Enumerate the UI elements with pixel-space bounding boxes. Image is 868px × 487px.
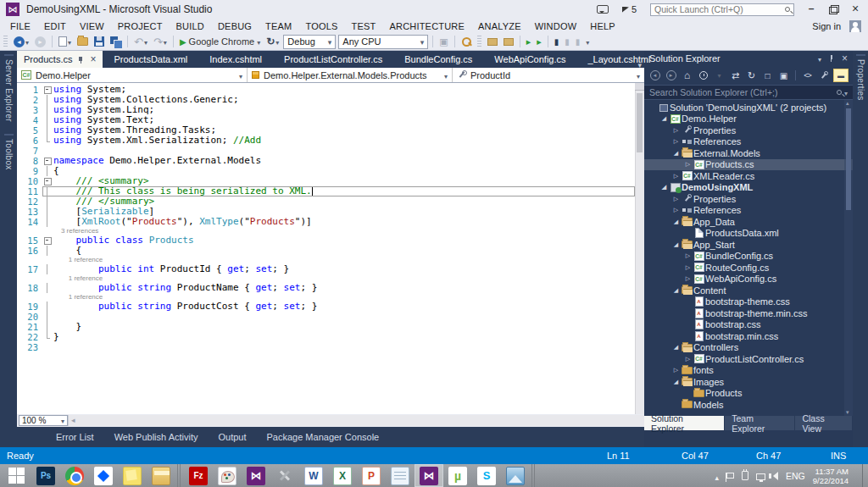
solution-explorer-title-bar[interactable]: Solution Explorer (644, 51, 853, 66)
quick-launch-input[interactable]: Quick Launch (Ctrl+Q) (650, 3, 794, 16)
tree-item[interactable]: XMLReader.cs (644, 170, 853, 182)
attach-button[interactable]: ▣ (437, 35, 449, 49)
show-desktop-button[interactable] (862, 464, 866, 487)
menu-item-analyze[interactable]: ANALYZE (471, 19, 528, 33)
comment-button[interactable] (525, 35, 533, 49)
redo-button[interactable] (152, 35, 169, 49)
menu-item-debug[interactable]: DEBUG (211, 19, 259, 33)
expanded-arrow-icon[interactable] (671, 344, 681, 351)
tree-item[interactable]: fonts (644, 365, 853, 377)
filter-dropdown-icon[interactable] (713, 69, 726, 82)
tree-item[interactable]: Solution 'DemoUsingXML' (2 projects) (644, 102, 853, 113)
menu-item-test[interactable]: TEST (345, 19, 383, 33)
collapsed-arrow-icon[interactable] (683, 356, 693, 362)
tree-item[interactable]: Images (644, 376, 853, 388)
sticky-notes-icon[interactable] (118, 464, 147, 487)
feedback-icon[interactable] (597, 5, 609, 14)
clock[interactable]: 11:37 AM 9/22/2014 (813, 467, 849, 485)
show-all-files-icon[interactable] (817, 69, 830, 82)
view-code-icon[interactable] (801, 69, 814, 82)
expanded-arrow-icon[interactable] (659, 184, 669, 191)
menu-item-team[interactable]: TEAM (259, 19, 298, 33)
title-bar[interactable]: DemoUsingXML - Microsoft Visual Studio 5… (0, 0, 868, 19)
configuration-select[interactable]: Debug (283, 35, 336, 49)
tree-item[interactable]: External.Models (644, 147, 853, 159)
fold-marker[interactable] (42, 85, 53, 95)
filezilla-icon[interactable]: Fz (184, 464, 213, 487)
solution-explorer-search-input[interactable]: Search Solution Explorer (Ctrl+;) (644, 85, 853, 100)
new-folder-button[interactable] (502, 35, 515, 49)
toolbar-grip[interactable] (477, 36, 481, 47)
tree-item[interactable]: bootstrap-theme.min.css (644, 307, 853, 319)
new-file-button[interactable] (57, 35, 73, 49)
fold-marker[interactable] (42, 235, 53, 246)
expanded-arrow-icon[interactable] (671, 379, 681, 385)
code-editor[interactable]: 1using System;2using System.Collections.… (17, 83, 644, 414)
document-tab[interactable]: ProductsData.xml (103, 51, 198, 68)
collapsed-arrow-icon[interactable] (683, 264, 693, 271)
code-line[interactable]: 21 } (17, 322, 635, 332)
code-line[interactable]: 23 (17, 342, 635, 352)
toolbar-grip[interactable] (3, 36, 8, 47)
photo-viewer-icon[interactable] (501, 464, 530, 487)
editor-zoom-select[interactable]: 100 % (19, 415, 68, 426)
editor-vertical-scrollbar[interactable] (635, 83, 644, 414)
tree-scrollbar[interactable] (844, 100, 853, 416)
code-line[interactable]: 18 public string ProductName { get; set;… (17, 283, 635, 293)
pin-icon[interactable] (828, 55, 835, 62)
dropbox-icon[interactable] (89, 464, 118, 487)
tree-item[interactable]: Products.cs (644, 159, 853, 171)
code-line[interactable]: 22} (17, 332, 635, 342)
collapsed-arrow-icon[interactable] (671, 127, 681, 134)
tool-strip-tab-server-explorer[interactable]: Server Explorer (4, 54, 14, 125)
collapsed-arrow-icon[interactable] (671, 138, 681, 145)
menu-item-window[interactable]: WINDOW (528, 19, 583, 33)
chrome-icon[interactable] (60, 464, 89, 487)
code-line[interactable]: 6using System.Xml.Serialization; //Add (17, 136, 635, 146)
find-in-files-button[interactable] (459, 35, 473, 49)
window-menu-icon[interactable] (818, 53, 821, 64)
menu-item-help[interactable]: HELP (583, 19, 622, 33)
tree-item[interactable]: bootstrap.css (644, 319, 853, 331)
volume-icon[interactable] (773, 472, 778, 480)
code-line[interactable]: 20 (17, 312, 635, 322)
code-line[interactable]: 16 { (17, 246, 635, 256)
document-tab[interactable]: ProductListController.cs (273, 51, 393, 68)
close-icon[interactable] (842, 53, 848, 64)
tab-overflow-icon[interactable] (637, 56, 642, 71)
open-file-button[interactable] (75, 35, 90, 49)
expanded-arrow-icon[interactable] (671, 287, 681, 294)
excel-icon[interactable]: X (328, 464, 357, 487)
toggle-bookmark-button[interactable] (553, 35, 561, 49)
code-line[interactable]: 15 public class Products (17, 235, 635, 246)
collapsed-arrow-icon[interactable] (683, 161, 693, 168)
code-line[interactable]: 19 public string ProductCost { get; set;… (17, 302, 635, 312)
project-dropdown[interactable]: Demo.Helper (17, 68, 248, 82)
panel-tab-output[interactable]: Output (218, 432, 246, 442)
powerpoint-icon[interactable]: P (357, 464, 386, 487)
tree-item[interactable]: Properties (644, 125, 853, 136)
save-all-button[interactable] (108, 35, 123, 49)
collapsed-arrow-icon[interactable] (683, 275, 693, 282)
tree-item[interactable]: WebApiConfig.cs (644, 274, 853, 285)
menu-item-tools[interactable]: TOOLS (298, 19, 344, 33)
code-line[interactable]: 17 public int ProductId { get; set; } (17, 264, 635, 274)
notifications-button[interactable]: 5 (622, 4, 637, 14)
code-line[interactable]: 8namespace Demo.Helper.External.Models (17, 156, 635, 166)
notepad-icon[interactable] (386, 464, 415, 487)
start-button[interactable] (3, 464, 31, 487)
navigate-forward-button[interactable] (33, 35, 47, 49)
restore-button[interactable] (828, 4, 838, 14)
properties-page-icon[interactable] (777, 69, 790, 82)
close-button[interactable] (850, 4, 860, 14)
close-icon[interactable] (90, 54, 96, 64)
collapsed-arrow-icon[interactable] (671, 207, 681, 213)
back-button[interactable]: ◄ (648, 69, 661, 82)
collapse-all-icon[interactable] (761, 69, 774, 82)
collapsed-arrow-icon[interactable] (671, 367, 681, 374)
code-line[interactable]: 14 [XmlRoot("Products"), XmlType("Produc… (17, 217, 635, 227)
document-tab[interactable]: Products.cs (17, 51, 103, 68)
tree-item[interactable]: bootstrap-theme.css (644, 296, 853, 308)
menu-item-edit[interactable]: EDIT (37, 19, 73, 33)
pending-changes-filter-icon[interactable] (697, 69, 709, 82)
